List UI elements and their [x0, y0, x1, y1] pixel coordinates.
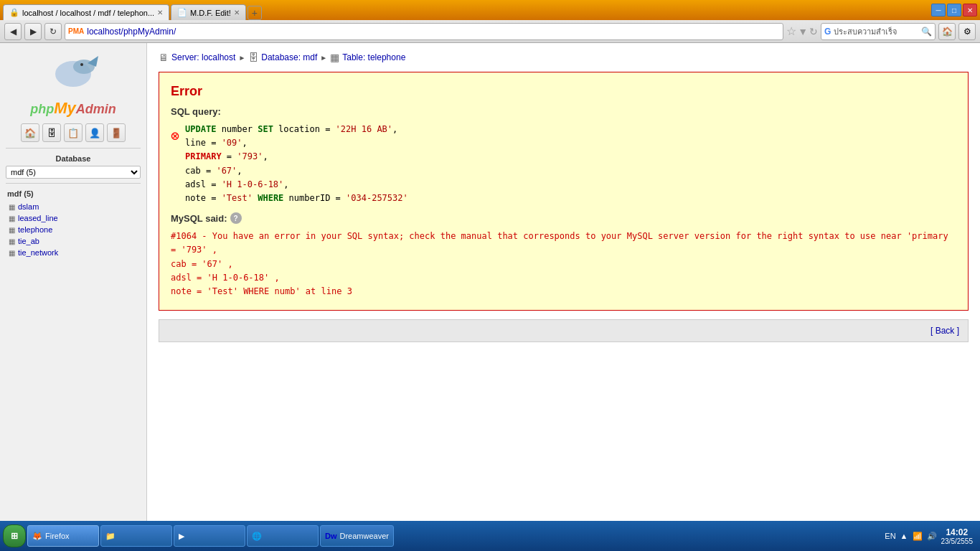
search-icon[interactable]: 🔍 — [921, 27, 932, 37]
database-label: Database — [0, 151, 146, 164]
address-bar[interactable]: PMA localhost/phpMyAdmin/ — [65, 23, 783, 40]
db-select[interactable]: mdf (5) — [6, 166, 141, 179]
search-text: ประสบความสำเร็จ — [834, 25, 918, 38]
sql-sidebar-btn[interactable]: 📋 — [64, 123, 83, 142]
back-bar: [ Back ] — [159, 319, 969, 342]
close-button[interactable]: ✕ — [963, 4, 977, 17]
tab-favicon: 🔒 — [9, 8, 19, 17]
pma-icon: PMA — [68, 27, 84, 35]
main-layout: phpMyAdmin 🏠 🗄 📋 👤 🚪 Database mdf (5) md… — [0, 43, 980, 521]
table-label-tie-ab: tie_ab — [18, 237, 39, 245]
sql-text: UPDATE number SET location = '22H 16 AB'… — [185, 123, 408, 205]
table-icon: ▦ — [9, 203, 15, 211]
kw-set: SET — [258, 124, 273, 134]
tab2-favicon: 📄 — [177, 8, 187, 17]
reload-button[interactable]: ↻ — [44, 23, 62, 40]
breadcrumb: 🖥 Server: localhost ► 🗄 Database: mdf ► … — [159, 52, 969, 63]
sidebar-icons: 🏠 🗄 📋 👤 🚪 — [0, 123, 146, 142]
table-icon-bc: ▦ — [330, 52, 339, 63]
table-label-tie-network: tie_network — [18, 248, 58, 257]
table-label-telephone: telephone — [18, 225, 52, 234]
sidebar-divider2 — [6, 183, 141, 184]
sidebar-divider — [6, 148, 141, 149]
table-item-telephone[interactable]: ▦ telephone — [6, 224, 141, 235]
back-link[interactable]: [ Back ] — [930, 326, 959, 336]
table-icon2: ▦ — [9, 215, 15, 222]
pma-logo-image — [0, 49, 146, 92]
breadcrumb-server[interactable]: Server: localhost — [171, 52, 235, 62]
error-message: #1064 - You have an error in your SQL sy… — [171, 230, 956, 298]
forward-button[interactable]: ▶ — [24, 23, 42, 40]
exit-sidebar-btn[interactable]: 🚪 — [107, 123, 126, 142]
minimize-button[interactable]: ─ — [931, 4, 946, 17]
table-item-leased-line[interactable]: ▦ leased_line — [6, 212, 141, 224]
refresh-icon[interactable]: ↻ — [809, 26, 818, 37]
address-text: localhost/phpMyAdmin/ — [87, 27, 780, 37]
browser-titlebar: 🔒 localhost / localhost / mdf / telephon… — [0, 0, 980, 20]
db-tables-section: mdf (5) ▦ dslam ▦ leased_line ▦ telephon… — [0, 187, 146, 261]
bookmark-icon[interactable]: ▼ — [798, 26, 808, 37]
search-bar[interactable]: G ประสบความสำเร็จ 🔍 — [821, 23, 936, 40]
breadcrumb-table[interactable]: Table: telephone — [342, 52, 405, 62]
kw-where: WHERE — [258, 193, 283, 203]
tab-label: localhost / localhost / mdf / telephon..… — [22, 9, 154, 17]
pma-logo: phpMyAdmin — [0, 96, 146, 123]
error-icon: ⊗ — [171, 124, 179, 205]
back-button[interactable]: ◀ — [4, 23, 22, 40]
mysql-said-label: MySQL said: ? — [171, 212, 956, 224]
settings-button[interactable]: ⚙ — [958, 23, 976, 40]
content-area: 🖥 Server: localhost ► 🗄 Database: mdf ► … — [147, 43, 980, 521]
sql-code: ⊗ UPDATE number SET location = '22H 16 A… — [171, 123, 956, 205]
table-item-tie-network[interactable]: ▦ tie_network — [6, 247, 141, 258]
browser-tabs: 🔒 localhost / localhost / mdf / telephon… — [3, 0, 262, 20]
db-sidebar-btn[interactable]: 🗄 — [42, 123, 61, 142]
maximize-button[interactable]: □ — [947, 4, 961, 17]
star-icon[interactable]: ☆ — [786, 24, 796, 38]
user-sidebar-btn[interactable]: 👤 — [85, 123, 104, 142]
new-tab-button[interactable]: + — [248, 6, 262, 20]
tab-pma[interactable]: 🔒 localhost / localhost / mdf / telephon… — [3, 4, 169, 20]
svg-point-3 — [80, 63, 83, 66]
db-section-title: mdf (5) — [6, 189, 141, 198]
sql-query-label: SQL query: — [171, 106, 956, 117]
table-icon5: ▦ — [9, 249, 15, 257]
window-controls: ─ □ ✕ — [931, 4, 977, 17]
db-icon: 🗄 — [248, 52, 258, 63]
table-icon4: ▦ — [9, 237, 15, 245]
google-icon: G — [824, 27, 831, 37]
kw-update: UPDATE — [185, 124, 216, 134]
tab-mdf[interactable]: 📄 M.D.F. Edit! ✕ — [171, 4, 246, 20]
tab2-close[interactable]: ✕ — [234, 9, 240, 17]
breadcrumb-sep2: ► — [320, 54, 327, 62]
home-button[interactable]: 🏠 — [938, 23, 956, 40]
error-title: Error — [171, 84, 956, 99]
breadcrumb-database[interactable]: Database: mdf — [261, 52, 317, 62]
server-icon: 🖥 — [159, 52, 169, 63]
table-item-dslam[interactable]: ▦ dslam — [6, 201, 141, 212]
error-box: Error SQL query: ⊗ UPDATE number SET loc… — [159, 72, 969, 311]
table-label-dslam: dslam — [18, 202, 39, 211]
table-icon3: ▦ — [9, 226, 15, 234]
breadcrumb-sep1: ► — [238, 54, 245, 62]
table-label-leased-line: leased_line — [18, 214, 58, 222]
browser-toolbar: ◀ ▶ ↻ PMA localhost/phpMyAdmin/ ☆ ▼ ↻ G … — [0, 20, 980, 43]
tab-close[interactable]: ✕ — [157, 9, 163, 17]
db-selector: mdf (5) — [0, 164, 146, 180]
sidebar: phpMyAdmin 🏠 🗄 📋 👤 🚪 Database mdf (5) md… — [0, 43, 147, 521]
kw-primary: PRIMARY — [185, 151, 222, 161]
help-icon[interactable]: ? — [230, 212, 242, 224]
home-sidebar-btn[interactable]: 🏠 — [21, 123, 39, 142]
table-item-tie-ab[interactable]: ▦ tie_ab — [6, 235, 141, 247]
tab2-label: M.D.F. Edit! — [190, 9, 231, 17]
